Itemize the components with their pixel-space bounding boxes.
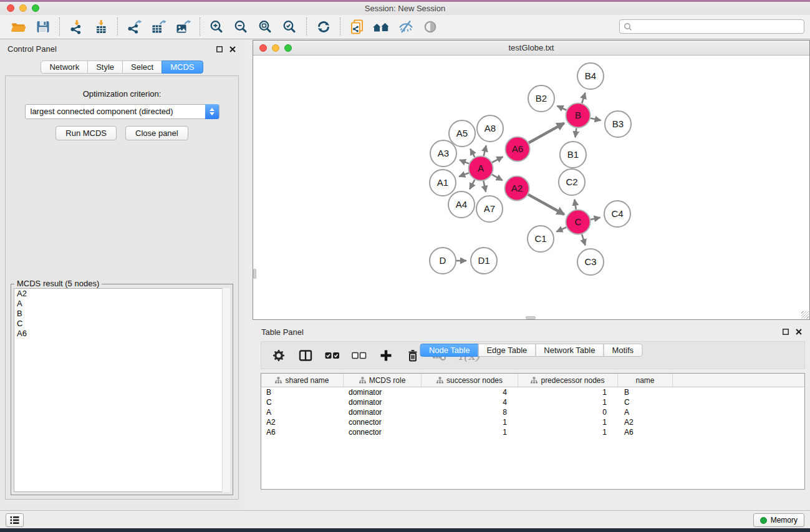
table-settings-button[interactable] [271, 346, 287, 365]
graph-edge-A-A1[interactable] [459, 173, 469, 177]
tab-style[interactable]: Style [87, 60, 123, 74]
graph-node-A6[interactable]: A6 [506, 137, 530, 162]
graph-edge-A-A5[interactable] [470, 149, 475, 157]
import-network-button[interactable] [64, 16, 89, 37]
zoom-selected-button[interactable] [277, 16, 302, 37]
network-horizontal-scrollbar[interactable] [526, 316, 536, 319]
graph-edge-A6-B[interactable] [529, 123, 564, 143]
graph-edge-A-A3[interactable] [460, 160, 469, 163]
graph-edge-A-A6[interactable] [492, 157, 503, 162]
network-canvas[interactable]: ABCA2A6A1A3A4A5A7A8B1B2B3B4C1C2C3C4DD1 [253, 56, 809, 319]
graph-node-A3[interactable]: A3 [430, 140, 456, 167]
zoom-window-button[interactable] [32, 4, 39, 12]
minimize-window-button[interactable] [19, 4, 27, 12]
task-history-button[interactable] [6, 513, 24, 527]
table-cell[interactable]: A6 [261, 428, 344, 437]
memory-button[interactable]: Memory [753, 513, 804, 527]
column-header-shared-name[interactable]: shared name [261, 374, 344, 387]
graph-edge-A-A7[interactable] [483, 181, 486, 192]
close-network-window-button[interactable] [259, 44, 267, 52]
result-item-b[interactable]: B [14, 309, 229, 319]
resize-grip[interactable] [801, 311, 809, 319]
graph-node-B1[interactable]: B1 [560, 142, 586, 168]
graph-edge-B-B4[interactable] [582, 93, 585, 104]
criterion-select[interactable]: largest connected component (directed) [25, 104, 219, 119]
graph-edge-B-B3[interactable] [591, 118, 601, 120]
clone-network-button[interactable] [345, 16, 369, 37]
result-item-a2[interactable]: A2 [14, 289, 229, 299]
zoom-out-button[interactable] [229, 16, 253, 37]
open-session-button[interactable] [6, 16, 31, 37]
tab-motifs[interactable]: Motifs [603, 344, 642, 357]
show-graphics-button[interactable] [418, 16, 442, 37]
graph-node-D1[interactable]: D1 [471, 248, 497, 274]
table-cell[interactable]: C [261, 398, 344, 407]
graph-edge-C-C4[interactable] [591, 218, 600, 220]
graph-node-A[interactable]: A [469, 157, 493, 181]
float-table-panel-button[interactable] [782, 328, 789, 336]
minimize-network-window-button[interactable] [272, 44, 279, 52]
table-cell[interactable]: A2 [261, 418, 344, 427]
graph-edge-A-A4[interactable] [470, 180, 475, 189]
graph-node-B4[interactable]: B4 [577, 63, 604, 89]
graph-node-C4[interactable]: C4 [604, 201, 630, 227]
select-all-columns-button[interactable] [324, 346, 340, 365]
graph-node-C2[interactable]: C2 [559, 169, 585, 195]
export-network-button[interactable] [122, 16, 147, 37]
import-table-button[interactable] [89, 16, 113, 37]
save-session-button[interactable] [31, 16, 55, 37]
network-overview-button[interactable] [369, 16, 393, 37]
graph-node-D[interactable]: D [430, 248, 456, 274]
tab-network[interactable]: Network [41, 60, 88, 74]
table-cell[interactable]: A [261, 408, 344, 417]
tab-network-table[interactable]: Network Table [535, 344, 604, 357]
graph-edge-B-B1[interactable] [576, 128, 577, 137]
graph-edge-A-A8[interactable] [484, 145, 486, 156]
tab-select[interactable]: Select [122, 60, 162, 74]
table-cell[interactable]: B [261, 388, 344, 397]
graph-node-C[interactable]: C [566, 210, 591, 235]
deselect-all-columns-button[interactable] [351, 346, 367, 365]
run-mcds-button[interactable]: Run MCDS [55, 126, 117, 140]
graph-edge-C-C3[interactable] [582, 235, 586, 246]
apply-layout-button[interactable] [311, 16, 335, 37]
network-vertical-scrollbar[interactable] [253, 269, 256, 279]
zoom-fit-button[interactable] [253, 16, 277, 37]
export-table-button[interactable] [147, 16, 171, 37]
graph-node-A4[interactable]: A4 [448, 191, 475, 218]
close-panel-button[interactable] [229, 46, 236, 53]
tab-mcds[interactable]: MCDS [162, 60, 203, 74]
result-item-c[interactable]: C [14, 319, 229, 329]
search-input[interactable] [632, 22, 804, 31]
graph-node-C3[interactable]: C3 [577, 249, 604, 275]
graph-node-B2[interactable]: B2 [528, 85, 554, 112]
graph-node-C1[interactable]: C1 [528, 226, 554, 252]
result-item-a6[interactable]: A6 [14, 329, 229, 339]
graph-edge-A2-C[interactable] [528, 195, 564, 215]
float-panel-button[interactable] [216, 46, 223, 53]
close-window-button[interactable] [7, 4, 14, 12]
hide-graphics-button[interactable] [393, 16, 418, 37]
zoom-in-button[interactable] [205, 16, 229, 37]
graph-node-A1[interactable]: A1 [430, 170, 456, 196]
graph-node-A2[interactable]: A2 [505, 177, 529, 201]
graph-node-A5[interactable]: A5 [449, 120, 475, 147]
close-table-panel-button[interactable] [795, 328, 803, 336]
search-field[interactable] [619, 19, 804, 34]
tab-edge-table[interactable]: Edge Table [478, 344, 536, 357]
tab-node-table[interactable]: Node Table [420, 344, 479, 357]
graph-edge-C-C1[interactable] [557, 227, 567, 231]
result-list-scrollbar[interactable] [222, 288, 230, 492]
graph-node-A7[interactable]: A7 [476, 196, 503, 222]
graph-edge-A-A2[interactable] [492, 175, 503, 180]
result-item-a[interactable]: A [14, 299, 229, 309]
close-panel-action-button[interactable]: Close panel [125, 126, 188, 140]
export-image-button[interactable] [171, 16, 195, 37]
show-columns-button[interactable] [297, 346, 314, 365]
graph-edge-B-B2[interactable] [557, 106, 567, 110]
graph-node-B3[interactable]: B3 [605, 111, 631, 137]
graph-node-A8[interactable]: A8 [477, 115, 503, 142]
graph-node-B[interactable]: B [566, 104, 591, 128]
zoom-network-window-button[interactable] [284, 44, 292, 52]
graph-edge-C-C2[interactable] [574, 200, 576, 210]
